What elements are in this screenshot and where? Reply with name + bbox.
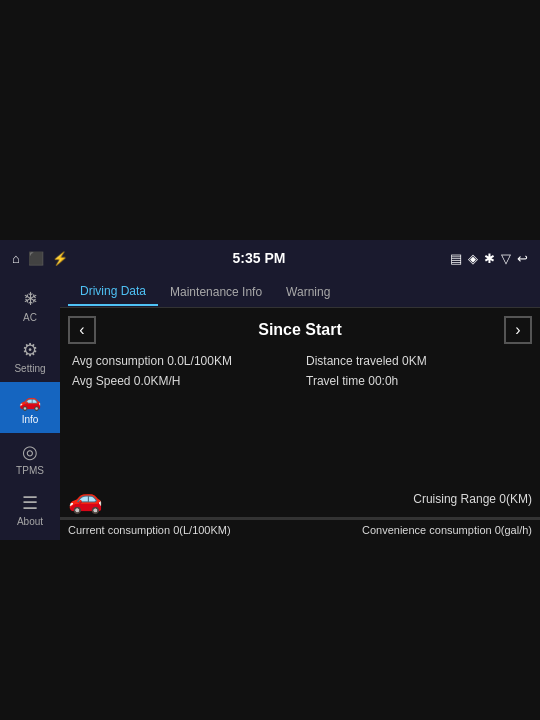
- tpms-icon: ◎: [22, 441, 38, 463]
- data-header: ‹ Since Start ›: [68, 316, 532, 344]
- home-icon: ⌂: [12, 251, 20, 266]
- sidebar-label-about: About: [17, 516, 43, 527]
- info-icon: 🚗: [19, 390, 41, 412]
- bottom-section: 🚗 Cruising Range 0(KM) Current consumpti…: [60, 478, 540, 540]
- tab-maintenance[interactable]: Maintenance Info: [158, 279, 274, 305]
- sidebar: ❄ AC ⚙ Setting 🚗 Info ◎ TPMS ☰ About: [0, 276, 60, 540]
- sidebar-item-tpms[interactable]: ◎ TPMS: [0, 433, 60, 484]
- cruising-range: Cruising Range 0(KM): [413, 492, 532, 506]
- status-bar: ⌂ ⬛ ⚡ 5:35 PM ▤ ◈ ✱ ▽ ↩: [0, 240, 540, 276]
- setting-icon: ⚙: [22, 339, 38, 361]
- sidebar-label-setting: Setting: [14, 363, 45, 374]
- about-icon: ☰: [22, 492, 38, 514]
- sidebar-label-info: Info: [22, 414, 39, 425]
- convenience-consumption: Convenience consumption 0(gal/h): [362, 524, 532, 536]
- gps-icon: ◈: [468, 251, 478, 266]
- data-grid: Avg consumption 0.0L/100KM Distance trav…: [68, 354, 532, 388]
- wifi-icon: ▽: [501, 251, 511, 266]
- car-row: 🚗 Cruising Range 0(KM): [60, 478, 540, 515]
- sidebar-item-info[interactable]: 🚗 Info: [0, 382, 60, 433]
- clock: 5:35 PM: [232, 250, 285, 266]
- back-icon: ↩: [517, 251, 528, 266]
- car-image: 🚗: [68, 482, 103, 515]
- tab-driving[interactable]: Driving Data: [68, 278, 158, 306]
- main-area: ❄ AC ⚙ Setting 🚗 Info ◎ TPMS ☰ About: [0, 276, 540, 540]
- data-area: ‹ Since Start › Avg consumption 0.0L/100…: [60, 308, 540, 540]
- next-button[interactable]: ›: [504, 316, 532, 344]
- status-left-icons: ⌂ ⬛ ⚡: [12, 251, 68, 266]
- cast-icon: ▤: [450, 251, 462, 266]
- travel-time: Travel time 00:0h: [306, 374, 528, 388]
- usb-icon: ⚡: [52, 251, 68, 266]
- prev-button[interactable]: ‹: [68, 316, 96, 344]
- progress-bar-container: [60, 517, 540, 520]
- sidebar-item-about[interactable]: ☰ About: [0, 484, 60, 535]
- tab-bar: Driving Data Maintenance Info Warning: [60, 276, 540, 308]
- section-title: Since Start: [258, 321, 342, 339]
- sidebar-item-ac[interactable]: ❄ AC: [0, 280, 60, 331]
- tab-warning[interactable]: Warning: [274, 279, 342, 305]
- content-panel: Driving Data Maintenance Info Warning ‹ …: [60, 276, 540, 540]
- sidebar-label-tpms: TPMS: [16, 465, 44, 476]
- current-consumption: Current consumption 0(L/100KM): [68, 524, 231, 536]
- bluetooth-icon: ✱: [484, 251, 495, 266]
- avg-consumption: Avg consumption 0.0L/100KM: [72, 354, 294, 368]
- screen-icon: ⬛: [28, 251, 44, 266]
- screen: ⌂ ⬛ ⚡ 5:35 PM ▤ ◈ ✱ ▽ ↩ ❄ AC ⚙ Setting 🚗: [0, 240, 540, 540]
- sidebar-label-ac: AC: [23, 312, 37, 323]
- sidebar-item-setting[interactable]: ⚙ Setting: [0, 331, 60, 382]
- consumption-row: Current consumption 0(L/100KM) Convenien…: [60, 522, 540, 540]
- avg-speed: Avg Speed 0.0KM/H: [72, 374, 294, 388]
- status-right-icons: ▤ ◈ ✱ ▽ ↩: [450, 251, 528, 266]
- ac-icon: ❄: [23, 288, 38, 310]
- distance-traveled: Distance traveled 0KM: [306, 354, 528, 368]
